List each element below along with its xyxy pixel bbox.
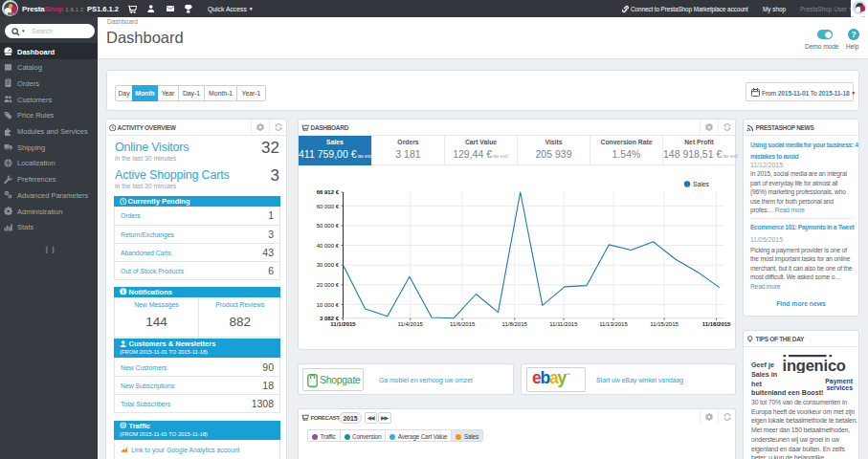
svg-text:3 082 €: 3 082 € (320, 316, 340, 321)
svg-text:11/4/2015: 11/4/2015 (398, 321, 424, 327)
svg-text:11/1/2015: 11/1/2015 (330, 321, 356, 327)
svg-text:30 000 €: 30 000 € (317, 262, 340, 268)
svg-text:60 000 €: 60 000 € (317, 204, 340, 209)
svg-text:10 000 €: 10 000 € (317, 302, 340, 308)
svg-text:11/6/2015: 11/6/2015 (450, 321, 476, 327)
svg-text:11/18/2015: 11/18/2015 (702, 321, 731, 327)
svg-text:11/11/2015: 11/11/2015 (549, 321, 578, 327)
svg-text:11/15/2015: 11/15/2015 (650, 321, 679, 327)
svg-text:40 000 €: 40 000 € (317, 243, 340, 249)
svg-text:20 000 €: 20 000 € (317, 282, 340, 288)
svg-text:11/8/2015: 11/8/2015 (502, 321, 528, 327)
svg-text:Sales: Sales (693, 181, 710, 187)
svg-text:50 000 €: 50 000 € (317, 223, 340, 229)
svg-text:66 912 €: 66 912 € (317, 189, 340, 195)
svg-text:11/13/2015: 11/13/2015 (599, 321, 628, 327)
